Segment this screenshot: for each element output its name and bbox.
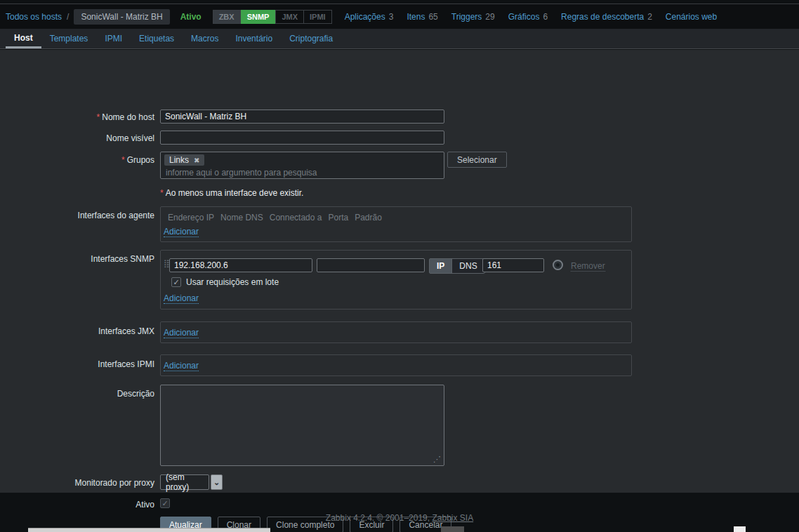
snmp-bulk-row: ✓ Usar requisições em lote	[171, 277, 279, 287]
jmx-interface-add-link[interactable]: Adicionar	[164, 328, 199, 338]
host-subnav: Aplicações3 Itens65 Triggers29 Gráficos6…	[345, 12, 718, 22]
breadcrumb-all-hosts-link[interactable]: Todos os hosts	[6, 12, 62, 22]
interface-required-note: *Ao menos uma interface deve existir.	[160, 188, 303, 198]
proxy-select[interactable]: (sem proxy)	[160, 474, 209, 490]
nav-items[interactable]: Itens65	[407, 12, 437, 22]
jmx-ipmi-badge-group: JMX IPMI	[275, 10, 331, 24]
snmp-remove-link: Remover	[571, 261, 605, 272]
agent-interface-headers: Endereço IP Nome DNS Connectado a Porta …	[168, 213, 382, 222]
host-header-bar: Todos os hosts / SonicWall - Matriz BH A…	[0, 4, 799, 29]
snmp-default-interface-radio[interactable]	[553, 260, 563, 270]
jmx-interfaces-box: Adicionar	[160, 321, 632, 343]
background-window-edge-left	[28, 528, 270, 532]
snmp-bulk-checkbox[interactable]: ✓	[171, 277, 181, 287]
background-window-edge-center	[441, 526, 464, 532]
visible-name-label: Nome visível	[0, 133, 154, 143]
connect-via-ip-toggle[interactable]: IP	[430, 259, 451, 273]
breadcrumb-host-name: SonicWall - Matriz BH	[74, 9, 169, 25]
nav-graphs-count: 6	[543, 12, 548, 22]
groups-label: *Grupos	[0, 155, 154, 165]
footer: Zabbix 4.2.4. © 2001–2019, Zabbix SIA	[0, 513, 799, 523]
availability-badges: ZBX SNMP JMX IPMI	[213, 10, 332, 24]
nav-graphs[interactable]: Gráficos6	[508, 12, 548, 22]
chip-close-icon[interactable]: ✖	[194, 157, 199, 164]
footer-version-text: Zabbix 4.2.4. © 2001–2019,	[326, 513, 432, 523]
visible-name-input[interactable]	[160, 131, 444, 145]
snmp-ip-input[interactable]	[169, 258, 312, 272]
background-window-edge-right	[734, 526, 746, 532]
jmx-availability-badge: JMX	[276, 11, 303, 23]
tab-host[interactable]: Host	[6, 29, 41, 48]
enabled-row: ✓	[160, 498, 170, 508]
agent-interface-add-link[interactable]: Adicionar	[164, 227, 199, 237]
snmp-dns-input[interactable]	[317, 258, 425, 272]
breadcrumb-separator: /	[67, 12, 69, 22]
jmx-interfaces-label: Interfaces JMX	[0, 326, 154, 336]
description-textarea[interactable]	[160, 385, 444, 466]
tab-encryption[interactable]: Criptografia	[281, 29, 341, 48]
tab-templates[interactable]: Templates	[41, 29, 97, 48]
host-status-badge: Ativo	[180, 12, 202, 22]
groups-multiselect[interactable]: Links ✖ informe aqui o argumento para pe…	[160, 152, 444, 179]
nav-discovery-rules-count: 2	[647, 12, 652, 22]
host-form: *Nome do host Nome visível *Grupos Links…	[0, 50, 799, 493]
snmp-interfaces-box: ⣿⣿ IP DNS Remover ✓ Usar requisições em …	[160, 250, 632, 310]
zbx-availability-badge: ZBX	[213, 10, 241, 24]
host-name-label: *Nome do host	[0, 112, 154, 122]
ipmi-interfaces-box: Adicionar	[160, 354, 632, 376]
snmp-availability-badge: SNMP	[241, 10, 276, 24]
nav-applications-count: 3	[389, 12, 394, 22]
footer-zabbix-sia-link[interactable]: Zabbix SIA	[432, 513, 473, 523]
groups-select-button[interactable]: Selecionar	[447, 152, 507, 168]
proxy-label: Monitorado por proxy	[0, 478, 154, 488]
tab-ipmi[interactable]: IPMI	[96, 29, 131, 48]
nav-triggers-count: 29	[485, 12, 494, 22]
nav-applications[interactable]: Aplicações3	[345, 12, 394, 22]
ipmi-availability-badge: IPMI	[303, 11, 331, 23]
tab-macros[interactable]: Macros	[183, 29, 227, 48]
snmp-bulk-label: Usar requisições em lote	[186, 277, 279, 287]
nav-discovery-rules[interactable]: Regras de descoberta2	[561, 12, 652, 22]
nav-triggers[interactable]: Triggers29	[451, 12, 495, 22]
ipmi-interface-add-link[interactable]: Adicionar	[164, 361, 199, 371]
groups-search-placeholder: informe aqui o argumento para pesquisa	[166, 168, 440, 178]
snmp-interfaces-label: Interfaces SNMP	[0, 254, 154, 264]
snmp-interface-add-link[interactable]: Adicionar	[164, 294, 199, 304]
group-chip-links[interactable]: Links ✖	[164, 154, 204, 166]
tab-tags[interactable]: Etiquetas	[131, 29, 183, 48]
proxy-select-chevron-down-icon[interactable]: ⌄	[211, 474, 223, 490]
zabbix-host-config-page: Todos os hosts / SonicWall - Matriz BH A…	[0, 0, 799, 532]
nav-web-scenarios[interactable]: Cenários web	[666, 12, 717, 22]
enabled-checkbox[interactable]: ✓	[160, 498, 170, 508]
ipmi-interfaces-label: Interfaces IPMI	[0, 359, 154, 369]
snmp-connect-toggle: IP DNS	[429, 258, 485, 274]
description-label: Descrição	[0, 389, 154, 399]
snmp-port-input[interactable]	[482, 258, 544, 272]
tab-inventory[interactable]: Inventário	[227, 29, 281, 48]
nav-items-count: 65	[428, 12, 437, 22]
agent-interfaces-label: Interfaces do agente	[0, 211, 154, 220]
enabled-label: Ativo	[0, 500, 154, 510]
connect-via-dns-toggle[interactable]: DNS	[451, 259, 484, 273]
host-tabs: Host Templates IPMI Etiquetas Macros Inv…	[0, 29, 799, 49]
agent-interfaces-box: Endereço IP Nome DNS Connectado a Porta …	[160, 206, 632, 242]
host-name-input[interactable]	[160, 109, 444, 124]
